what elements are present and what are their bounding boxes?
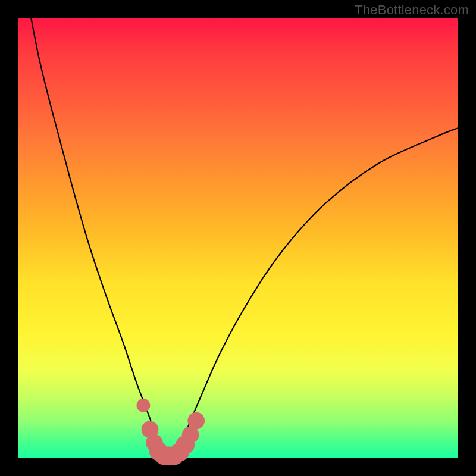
watermark-text: TheBottleneck.com [355, 2, 469, 18]
plot-area [18, 18, 458, 458]
curve-marker [137, 399, 151, 412]
chart-svg [18, 18, 458, 458]
bottleneck-curve [31, 18, 458, 458]
chart-frame: TheBottleneck.com [0, 0, 476, 476]
curve-markers [137, 399, 205, 465]
curve-marker [187, 412, 205, 430]
